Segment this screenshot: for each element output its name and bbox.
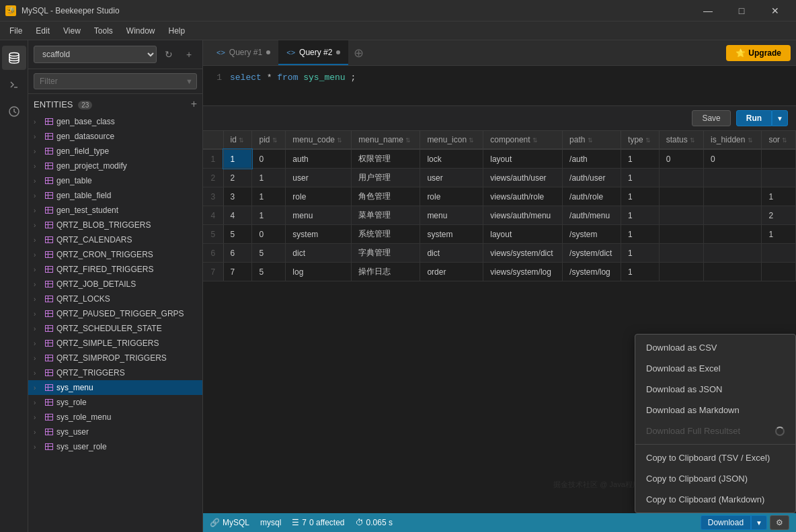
cell-menu_code[interactable]: log: [286, 263, 352, 281]
cell-type[interactable]: 1: [621, 169, 660, 187]
cell-menu_code[interactable]: system: [286, 225, 352, 244]
tab-query2[interactable]: <> Query #2: [278, 40, 348, 65]
run-dropdown-button[interactable]: ▼: [772, 110, 788, 126]
settings-button[interactable]: ⚙: [770, 515, 789, 530]
cell-component[interactable]: views/system/dict: [483, 244, 563, 263]
add-connection-button[interactable]: +: [181, 46, 197, 62]
cell-pid[interactable]: 1: [252, 169, 286, 187]
status-db[interactable]: 🔗 MySQL: [210, 518, 249, 527]
col-menu_name[interactable]: menu_name ⇅: [352, 131, 420, 149]
cell-menu_icon[interactable]: dict: [420, 244, 483, 263]
cell-sor[interactable]: 1: [762, 225, 796, 244]
sidebar-item-qrtz_job_details[interactable]: › QRTZ_JOB_DETAILS: [28, 277, 202, 292]
cell-sor[interactable]: [762, 263, 796, 281]
table-row[interactable]: 441menu菜单管理menuviews/auth/menu/auth/menu…: [203, 206, 796, 225]
col-menu_icon[interactable]: menu_icon ⇅: [420, 131, 483, 149]
sidebar-item-gen_table[interactable]: › gen_table: [28, 173, 202, 188]
cell-component[interactable]: layout: [483, 149, 563, 169]
cell-is_hidden[interactable]: 0: [704, 149, 762, 169]
sidebar-item-qrtz_simple_triggers[interactable]: › QRTZ_SIMPLE_TRIGGERS: [28, 336, 202, 351]
cell-path[interactable]: /auth/menu: [563, 206, 621, 225]
sidebar-item-gen_test_student[interactable]: › gen_test_student: [28, 203, 202, 218]
cell-is_hidden[interactable]: [704, 206, 762, 225]
cell-pid[interactable]: 0: [252, 149, 286, 169]
cell-path[interactable]: /auth/user: [563, 169, 621, 187]
cell-menu_code[interactable]: role: [286, 187, 352, 206]
sidebar-item-qrtz_locks[interactable]: › QRTZ_LOCKS: [28, 292, 202, 306]
sidebar-item-sys_user[interactable]: › sys_user: [28, 425, 202, 439]
cell-id[interactable]: 1: [223, 149, 252, 169]
cell-menu_name[interactable]: 菜单管理: [352, 206, 420, 225]
save-button[interactable]: Save: [692, 110, 730, 126]
cell-status[interactable]: [659, 169, 703, 187]
cell-sor[interactable]: 2: [762, 206, 796, 225]
cell-is_hidden[interactable]: [704, 244, 762, 263]
code-content[interactable]: select * from sys_menu ;: [230, 73, 356, 83]
sidebar-item-gen_field_type[interactable]: › gen_field_type: [28, 144, 202, 159]
sidebar-item-qrtz_cron_triggers[interactable]: › QRTZ_CRON_TRIGGERS: [28, 247, 202, 262]
menu-file[interactable]: File: [3, 24, 29, 38]
cell-id[interactable]: 7: [223, 263, 252, 281]
cell-status[interactable]: 0: [659, 149, 703, 169]
cell-sor[interactable]: [762, 244, 796, 263]
table-row[interactable]: 665dict字典管理dictviews/system/dict/system/…: [203, 244, 796, 263]
cell-menu_icon[interactable]: menu: [420, 206, 483, 225]
cell-path[interactable]: /auth/role: [563, 187, 621, 206]
menu-tools[interactable]: Tools: [87, 24, 120, 38]
cell-status[interactable]: [659, 225, 703, 244]
cell-type[interactable]: 1: [621, 244, 660, 263]
code-editor[interactable]: 1 select * from sys_menu ;: [203, 66, 796, 106]
cell-id[interactable]: 2: [223, 169, 252, 187]
col-menu_code[interactable]: menu_code ⇅: [286, 131, 352, 149]
cell-id[interactable]: 6: [223, 244, 252, 263]
cell-id[interactable]: 4: [223, 206, 252, 225]
cell-status[interactable]: [659, 244, 703, 263]
sidebar-item-sys_role[interactable]: › sys_role: [28, 395, 202, 410]
cell-path[interactable]: /system/log: [563, 263, 621, 281]
sidebar-item-gen_project_modify[interactable]: › gen_project_modify: [28, 159, 202, 173]
sidebar-item-gen_table_field[interactable]: › gen_table_field: [28, 188, 202, 203]
download-button[interactable]: Download: [701, 515, 751, 530]
cell-pid[interactable]: 1: [252, 206, 286, 225]
table-row[interactable]: 331role角色管理roleviews/auth/role/auth/role…: [203, 187, 796, 206]
menu-view[interactable]: View: [56, 24, 87, 38]
icon-query[interactable]: [2, 73, 26, 97]
cell-menu_code[interactable]: dict: [286, 244, 352, 263]
cell-menu_icon[interactable]: order: [420, 263, 483, 281]
sidebar-item-qrtz_paused_trigger_grps[interactable]: › QRTZ_PAUSED_TRIGGER_GRPS: [28, 306, 202, 321]
copy-tsv-item[interactable]: Copy to Clipboard (TSV / Excel): [635, 447, 795, 468]
cell-menu_icon[interactable]: user: [420, 169, 483, 187]
download-markdown-item[interactable]: Download as Markdown: [635, 400, 795, 420]
download-arrow-button[interactable]: ▼: [751, 515, 767, 530]
cell-sor[interactable]: [762, 169, 796, 187]
cell-menu_code[interactable]: auth: [286, 149, 352, 169]
cell-component[interactable]: views/auth/user: [483, 169, 563, 187]
close-button[interactable]: ✕: [760, 0, 791, 21]
cell-id[interactable]: 5: [223, 225, 252, 244]
table-row[interactable]: 110auth权限管理locklayout/auth100: [203, 149, 796, 169]
cell-is_hidden[interactable]: [704, 187, 762, 206]
sidebar-item-qrtz_scheduler_state[interactable]: › QRTZ_SCHEDULER_STATE: [28, 321, 202, 336]
cell-path[interactable]: /system: [563, 225, 621, 244]
cell-menu_code[interactable]: menu: [286, 206, 352, 225]
download-csv-item[interactable]: Download as CSV: [635, 337, 795, 358]
menu-window[interactable]: Window: [120, 24, 162, 38]
filter-input[interactable]: [34, 73, 197, 89]
download-json-item[interactable]: Download as JSON: [635, 379, 795, 400]
cell-menu_name[interactable]: 用户管理: [352, 169, 420, 187]
cell-menu_name[interactable]: 角色管理: [352, 187, 420, 206]
minimize-button[interactable]: —: [692, 0, 723, 21]
cell-path[interactable]: /system/dict: [563, 244, 621, 263]
sidebar-item-qrtz_triggers[interactable]: › QRTZ_TRIGGERS: [28, 365, 202, 380]
cell-status[interactable]: [659, 187, 703, 206]
cell-pid[interactable]: 1: [252, 187, 286, 206]
col-sor[interactable]: sor ⇅: [762, 131, 796, 149]
cell-type[interactable]: 1: [621, 225, 660, 244]
icon-history[interactable]: [2, 99, 26, 124]
sidebar-item-gen_base_class[interactable]: › gen_base_class: [28, 114, 202, 129]
cell-type[interactable]: 1: [621, 263, 660, 281]
menu-edit[interactable]: Edit: [29, 24, 56, 38]
cell-menu_code[interactable]: user: [286, 169, 352, 187]
sidebar-item-qrtz_simprop_triggers[interactable]: › QRTZ_SIMPROP_TRIGGERS: [28, 351, 202, 365]
cell-menu_name[interactable]: 操作日志: [352, 263, 420, 281]
